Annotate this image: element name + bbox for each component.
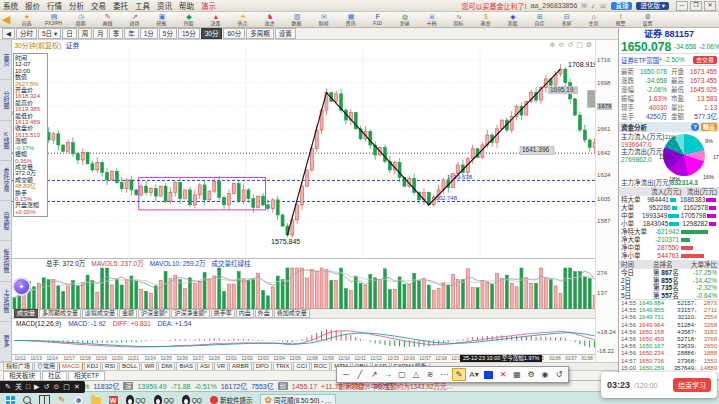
draw-tool-1[interactable]: ╱	[354, 369, 366, 380]
menu-item-2[interactable]: 行情	[47, 0, 62, 11]
paint-app-icon[interactable]: ✎	[58, 395, 66, 404]
menu-item-7[interactable]: 资讯	[157, 0, 172, 11]
draw-tool-14[interactable]: ◉	[539, 369, 551, 380]
toolbar-button-研报[interactable]: ▣研报	[148, 13, 175, 27]
mail-icon[interactable]: ✉	[581, 2, 587, 10]
period-设置[interactable]: 设置	[275, 28, 296, 39]
indicator-tab-BIAS[interactable]: BIAS	[176, 362, 196, 370]
toolbar-button-基金[interactable]: $基金	[472, 13, 499, 27]
menu-item-9[interactable]: 演示	[201, 0, 216, 11]
volume-tab-沪深净金额*[interactable]: 沪深净金额*	[171, 309, 209, 318]
toolbar-button-FXJ/PH[interactable]: ▤FXJ/PH	[40, 13, 67, 27]
period-60分[interactable]: 60分	[223, 28, 245, 39]
period-5分[interactable]: 5分	[159, 28, 177, 39]
sidebar-tab-K线图[interactable]: K线图	[0, 121, 11, 161]
username[interactable]: aa_296833856	[531, 2, 578, 9]
qq-app-2[interactable]: QQ	[154, 395, 174, 404]
headset-icon[interactable]: ☏	[599, 2, 608, 10]
period-年[interactable]: 年	[124, 28, 139, 39]
sidebar-tab-上证指数[interactable]: 上证指数	[0, 282, 11, 322]
toolbar-button-美股[interactable]: ◈美股	[499, 13, 526, 27]
menu-item-8[interactable]: 帮助	[179, 0, 194, 11]
indicator-tab-⊙常用[interactable]: ⊙常用	[34, 362, 58, 370]
wps-icon[interactable]: W	[109, 396, 118, 404]
indicator-tab-KDJ[interactable]: KDJ	[84, 362, 101, 370]
annot-tool-4[interactable]: ↺	[44, 381, 50, 393]
pro-version-button[interactable]: 进化版 ▾	[636, 2, 669, 10]
menu-item-5[interactable]: 委托	[113, 0, 128, 11]
folder-icon[interactable]	[91, 397, 101, 404]
period-月[interactable]: 月	[93, 28, 108, 39]
toolbar-button-F10[interactable]: FF10	[364, 13, 391, 27]
volume-tab-多周期成交量[interactable]: 多周期成交量	[39, 309, 81, 318]
sidebar-tab-自选股[interactable]: 自选股	[0, 201, 11, 241]
minimize-button[interactable]: ─	[676, 1, 688, 11]
volume-tab-内盘[interactable]: 内盘	[236, 309, 254, 318]
chart-tool-icon-2[interactable]: ↺	[567, 41, 573, 49]
toolbar-button-指标[interactable]: ∿指标	[445, 13, 472, 27]
toolbar-button-自定[interactable]: ⊞自定	[526, 13, 553, 27]
draw-tool-11[interactable]: ✕	[497, 369, 509, 380]
toolbar-button-设置[interactable]: ⚙设置	[634, 13, 661, 27]
sidebar-tab-更多[interactable]: 更多	[0, 322, 11, 362]
toolbar-button-周期[interactable]: ◷周期	[67, 13, 94, 27]
toolbar-button-十档[interactable]: ≣十档	[418, 13, 445, 27]
sidebar-tab-板块指数[interactable]: 板块指数	[0, 241, 11, 281]
menu-item-0[interactable]: 系统	[3, 0, 18, 11]
qq-app-3[interactable]: QQ	[182, 395, 202, 404]
toolbar-button-进场[interactable]: ↗进场	[121, 13, 148, 27]
draw-tool-0[interactable]: ─	[340, 369, 352, 380]
toolbar-button-全球[interactable]: ◍全球	[391, 13, 418, 27]
annot-tool-6[interactable]: ▢	[63, 381, 70, 393]
related-tab-相关板块[interactable]: 相关板块	[3, 371, 41, 380]
toolbar-button-预警[interactable]: !预警	[607, 13, 634, 27]
notify-item[interactable]: 新软件提示	[210, 395, 253, 404]
indicator-tab-WR[interactable]: WR	[141, 362, 157, 370]
related-tab-相关ETF[interactable]: 相关ETF	[68, 371, 105, 380]
bell-icon[interactable]: ♪	[591, 2, 595, 9]
indicator-tab-BOLL[interactable]: BOLL	[119, 362, 140, 370]
draw-tool-13[interactable]: ⚙	[525, 369, 537, 380]
draw-tool-15[interactable]: ↺	[553, 369, 565, 380]
qq-app-1[interactable]: QQ	[126, 395, 146, 404]
period-日[interactable]: 日	[62, 28, 77, 39]
annot-tool-1[interactable]: 关	[15, 381, 22, 393]
stock-title[interactable]: 证券 881157	[619, 28, 719, 40]
etf-link[interactable]: 证券ETF富国*	[621, 55, 662, 65]
period-多周期[interactable]: 多周期	[246, 28, 274, 39]
indicator-tab-DPO[interactable]: DPO	[253, 362, 272, 370]
annot-tool-5[interactable]: ⊙	[53, 381, 59, 393]
volume-tab-金额[interactable]: 金额	[119, 309, 137, 318]
toolbar-button-自选[interactable]: ★自选	[13, 13, 40, 27]
indicator-tab-CCI[interactable]: CCI	[293, 362, 309, 370]
candlestick-chart[interactable]: 1641.3961619.6381602.7481695.191708.9191…	[12, 49, 595, 259]
sidebar-tab-委托交易[interactable]: 委托交易	[0, 161, 11, 201]
period-周[interactable]: 周	[78, 28, 93, 39]
indicator-tab-ROC[interactable]: ROC	[311, 362, 330, 370]
sidebar-tab-分时图[interactable]: 分时图	[0, 80, 11, 120]
chart-tool-icon-0[interactable]: ⊕	[550, 41, 556, 49]
indicator-tab-RSI[interactable]: RSI	[102, 362, 118, 370]
live-button[interactable]: 直播	[611, 2, 632, 10]
indicator-tab-VR[interactable]: VR	[214, 362, 228, 370]
task-view-button[interactable]	[39, 395, 50, 404]
period-15分[interactable]: 15分	[178, 28, 200, 39]
premium-badge[interactable]: 精品	[701, 123, 717, 131]
close-button[interactable]: ✕	[704, 1, 716, 11]
toolbar-button-持股[interactable]: ◆持股	[175, 13, 202, 27]
indicator-tab-TRIX[interactable]: TRIX	[273, 362, 293, 370]
draw-tool-7[interactable]: ⋯	[438, 369, 450, 380]
sidebar-tab-首页[interactable]: 首页	[0, 40, 11, 80]
macd-pane[interactable]	[12, 327, 595, 355]
restore-button[interactable]: ❐	[690, 1, 702, 11]
draw-tool-10[interactable]	[484, 371, 493, 379]
menu-item-1[interactable]: 报价	[25, 0, 40, 11]
volume-tab-叠加成交量[interactable]: 叠加成交量	[274, 309, 310, 318]
period-1分[interactable]: 1分	[140, 28, 158, 39]
chart-tool-icon-1[interactable]: ⊖	[558, 41, 564, 49]
toolbar-button-画线[interactable]: ✎画线	[94, 13, 121, 27]
annot-tool-2[interactable]: □	[26, 381, 30, 393]
menu-item-3[interactable]: 分析	[69, 0, 84, 11]
assistant-icon[interactable]: ✦	[14, 279, 29, 294]
indicator-tab-DMI[interactable]: DMI	[158, 362, 175, 370]
